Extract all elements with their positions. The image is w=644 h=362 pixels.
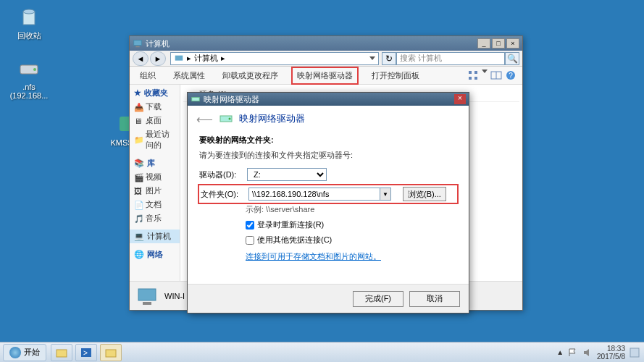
dialog-close-button[interactable]: × xyxy=(454,94,466,104)
sidebar-item-videos[interactable]: 🎬视频 xyxy=(130,170,180,184)
start-button[interactable]: 开始 xyxy=(3,344,46,361)
start-label: 开始 xyxy=(24,347,40,358)
computer-icon xyxy=(174,54,184,64)
video-icon: 🎬 xyxy=(134,173,143,182)
recent-icon: 📁 xyxy=(134,135,143,144)
explorer-sidebar: ★收藏夹 📥下载 🖥桌面 📁最近访问的 📚库 🎬视频 🖼图片 📄文档 🎵音乐 💻… xyxy=(130,85,180,298)
browse-button[interactable]: 浏览(B)... xyxy=(403,187,446,201)
sidebar-item-downloads[interactable]: 📥下载 xyxy=(130,100,180,114)
sidebar-item-documents[interactable]: 📄文档 xyxy=(130,198,180,211)
toolbar-control-panel[interactable]: 打开控制面板 xyxy=(367,68,424,83)
reconnect-label: 登录时重新连接(R) xyxy=(257,219,324,230)
volume-icon[interactable] xyxy=(582,348,593,358)
sidebar-item-recent[interactable]: 📁最近访问的 xyxy=(130,127,180,152)
nav-forward-button[interactable]: ► xyxy=(150,51,166,66)
taskbar: 开始 > ▲ 18:33 2017/5/8 xyxy=(0,342,644,362)
svg-point-3 xyxy=(33,68,36,71)
svg-rect-18 xyxy=(192,97,200,101)
svg-rect-6 xyxy=(135,46,139,48)
view-icon[interactable] xyxy=(467,70,479,81)
search-button[interactable]: 🔍 xyxy=(505,52,519,65)
drive-select[interactable]: Z: xyxy=(247,168,327,181)
recycle-bin[interactable]: 回收站 xyxy=(7,4,51,41)
sidebar-favorites[interactable]: ★收藏夹 xyxy=(130,86,180,100)
drive-icon xyxy=(17,56,41,80)
cancel-button[interactable]: 取消 xyxy=(409,291,460,307)
close-button[interactable]: × xyxy=(506,38,519,49)
explorer-toolbar: 组织 系统属性 卸载或更改程序 映射网络驱动器 打开控制面板 ? xyxy=(130,67,522,85)
folder-dropdown[interactable]: ▼ xyxy=(380,188,391,201)
refresh-button[interactable]: ↻ xyxy=(382,52,396,65)
svg-rect-16 xyxy=(138,289,156,300)
taskbar-powershell[interactable]: > xyxy=(75,344,97,361)
search-input[interactable]: 搜索 计算机 xyxy=(396,52,505,65)
sidebar-computer[interactable]: 💻计算机 xyxy=(130,230,180,243)
folder-icon xyxy=(104,346,117,359)
storage-link[interactable]: 连接到可用于存储文档和图片的网站。 xyxy=(246,251,460,262)
toolbar-properties[interactable]: 系统属性 xyxy=(169,68,209,83)
credentials-label: 使用其他凭据连接(C) xyxy=(257,235,332,245)
credentials-row: 使用其他凭据连接(C) xyxy=(246,235,460,245)
computer-icon xyxy=(135,285,159,308)
dialog-header: ⟵ 映射网络驱动器 xyxy=(196,111,460,126)
tray-clock[interactable]: 18:33 2017/5/8 xyxy=(597,345,625,361)
start-orb-icon xyxy=(9,347,21,358)
svg-rect-7 xyxy=(175,55,183,60)
drive-label: 驱动器(D): xyxy=(199,169,243,180)
sidebar-library[interactable]: 📚库 xyxy=(130,156,180,170)
help-icon[interactable]: ? xyxy=(505,70,517,81)
folder-label: 文件夹(O): xyxy=(201,189,244,200)
show-desktop-icon[interactable] xyxy=(630,348,640,358)
computer-icon xyxy=(133,38,143,49)
toolbar-map-drive[interactable]: 映射网络驱动器 xyxy=(291,67,359,85)
tray-expand-icon[interactable]: ▲ xyxy=(556,348,564,356)
sidebar-item-pictures[interactable]: 🖼图片 xyxy=(130,184,180,198)
svg-point-20 xyxy=(229,118,231,120)
sidebar-item-desktop[interactable]: 🖥桌面 xyxy=(130,114,180,127)
credentials-checkbox[interactable] xyxy=(246,236,254,245)
back-arrow-icon[interactable]: ⟵ xyxy=(196,112,213,126)
view-dropdown[interactable] xyxy=(482,70,488,73)
folder-example: 示例: \\server\share xyxy=(246,204,460,215)
search-placeholder: 搜索 计算机 xyxy=(400,53,442,64)
folder-input[interactable] xyxy=(248,188,380,201)
footer-label: WIN-I xyxy=(164,292,185,300)
clock-date: 2017/5/8 xyxy=(597,353,625,361)
dialog-titlebar[interactable]: 映射网络驱动器 × xyxy=(188,93,469,106)
desktop-icon: 🖥 xyxy=(134,117,143,125)
svg-rect-24 xyxy=(106,350,116,357)
taskbar-libraries[interactable] xyxy=(51,344,72,361)
svg-rect-17 xyxy=(143,302,151,305)
maximize-button[interactable]: □ xyxy=(492,38,505,49)
sidebar-item-music[interactable]: 🎵音乐 xyxy=(130,211,180,225)
finish-button[interactable]: 完成(F) xyxy=(353,291,403,307)
folder-icon xyxy=(55,346,68,359)
taskbar-explorer[interactable] xyxy=(100,344,122,361)
flag-icon[interactable] xyxy=(568,348,578,358)
address-bar[interactable]: ▸ 计算机 ▸ xyxy=(170,52,379,65)
recycle-bin-icon xyxy=(17,4,41,28)
svg-point-1 xyxy=(23,9,35,14)
recycle-bin-label: 回收站 xyxy=(7,30,51,41)
toolbar-organize[interactable]: 组织 xyxy=(135,68,160,83)
preview-icon[interactable] xyxy=(490,70,502,81)
nfs-shortcut[interactable]: .nfs (192.168... xyxy=(7,56,51,100)
svg-text:?: ? xyxy=(509,72,513,80)
clock-time: 18:33 xyxy=(597,345,625,353)
nav-back-button[interactable]: ◄ xyxy=(133,51,149,66)
document-icon: 📄 xyxy=(134,201,143,209)
svg-rect-8 xyxy=(469,71,472,74)
picture-icon: 🖼 xyxy=(134,187,143,195)
svg-rect-9 xyxy=(474,71,477,74)
explorer-titlebar[interactable]: 计算机 _ □ × xyxy=(130,36,522,51)
nfs-label: .nfs (192.168... xyxy=(7,83,51,100)
dialog-section-title: 要映射的网络文件夹: xyxy=(199,135,457,146)
reconnect-checkbox[interactable] xyxy=(246,221,254,230)
terminal-icon: > xyxy=(80,346,93,359)
toolbar-uninstall[interactable]: 卸载或更改程序 xyxy=(218,68,283,83)
star-icon: ★ xyxy=(134,88,141,98)
computer-icon: 💻 xyxy=(134,232,144,241)
sidebar-network[interactable]: 🌐网络 xyxy=(130,248,180,261)
minimize-button[interactable]: _ xyxy=(477,38,490,49)
arrow-left-icon: ◄ xyxy=(137,54,145,63)
